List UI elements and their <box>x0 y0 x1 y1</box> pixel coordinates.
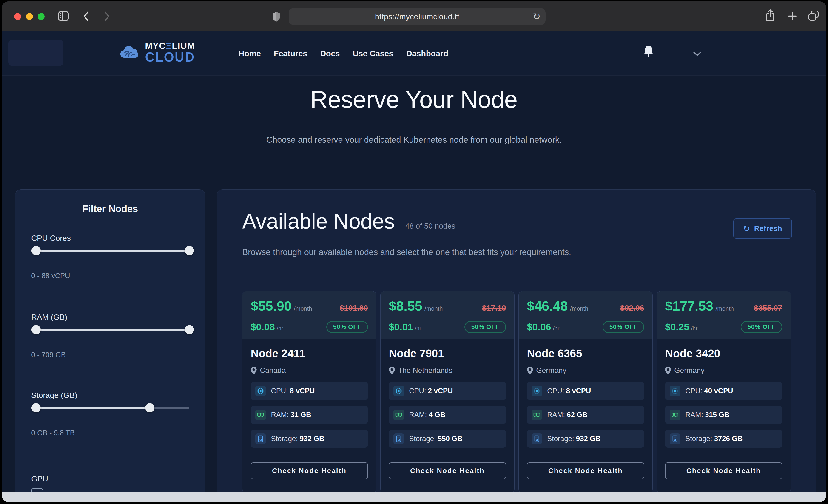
node-location: Germany <box>527 366 644 375</box>
storage-drive-icon <box>532 433 542 444</box>
nav-link-docs[interactable]: Docs <box>320 49 340 58</box>
node-name: Node 2411 <box>251 347 368 360</box>
cpu-chip-icon <box>670 386 680 396</box>
cpu-chip-icon <box>394 386 404 396</box>
filter-panel-title: Filter Nodes <box>15 203 205 214</box>
location-pin-icon <box>251 367 257 374</box>
storage-slider-track[interactable] <box>31 407 190 409</box>
zoom-window-button[interactable] <box>38 13 45 20</box>
cpu-value: 40 vCPU <box>704 387 733 395</box>
ram-value: 4 GB <box>429 411 445 419</box>
brand-text: MYCΞLIUM CLOUD <box>145 42 195 64</box>
refresh-button[interactable]: ↻ Refresh <box>733 218 792 239</box>
nav-link-home[interactable]: Home <box>239 49 261 58</box>
discount-badge: 50% OFF <box>603 321 644 333</box>
reload-icon[interactable]: ↻ <box>533 12 540 21</box>
check-node-health-button[interactable]: Check Node Health <box>389 462 506 479</box>
nav-link-dashboard[interactable]: Dashboard <box>406 49 448 58</box>
cpu-slider-handle-min[interactable] <box>32 246 41 255</box>
storage-label: Storage: <box>685 435 712 443</box>
nav-link-features[interactable]: Features <box>274 49 307 58</box>
ram-range-slider[interactable] <box>31 325 190 334</box>
ram-slider-handle-min[interactable] <box>32 325 41 334</box>
notifications-bell-icon[interactable] <box>643 45 655 59</box>
check-node-health-button[interactable]: Check Node Health <box>251 462 368 479</box>
node-name: Node 3420 <box>665 347 782 360</box>
privacy-shield-icon[interactable] <box>272 11 280 22</box>
cpu-filter-range: 0 - 88 vCPU <box>31 272 70 280</box>
ram-value: 315 GB <box>705 411 730 419</box>
storage-slider-handle-min[interactable] <box>32 403 41 412</box>
sidebar-toggle-icon[interactable] <box>58 11 69 21</box>
filter-panel: Filter Nodes CPU Cores 0 - 88 vCPU RAM (… <box>15 189 205 502</box>
cpu-slider-track[interactable] <box>31 250 190 252</box>
account-chevron-down-icon[interactable] <box>693 51 701 58</box>
nav-links: Home Features Docs Use Cases Dashboard <box>239 32 448 75</box>
location-label: The Netherlands <box>398 366 453 375</box>
location-label: Canada <box>260 366 286 375</box>
spec-row-ram: RAM:31 GB <box>251 406 368 424</box>
ram-slider-handle-max[interactable] <box>185 325 194 334</box>
check-node-health-button[interactable]: Check Node Health <box>527 462 644 479</box>
tab-overview-icon[interactable] <box>808 10 820 22</box>
refresh-button-label: Refresh <box>754 224 782 233</box>
card-price-header: $177.53/month $355.07 $0.25/hr 50% OFF <box>657 291 791 339</box>
original-price: $17.10 <box>482 303 506 312</box>
storage-range-slider[interactable] <box>31 403 190 412</box>
discount-badge: 50% OFF <box>464 321 506 333</box>
minimize-window-button[interactable] <box>26 13 33 20</box>
storage-label: Storage: <box>409 435 436 443</box>
card-body: Node 7901 The Netherlands CPU:2 vCPU RAM… <box>380 339 514 493</box>
ram-chip-icon <box>394 410 404 420</box>
cpu-range-slider[interactable] <box>31 246 190 255</box>
price-month: $55.90 <box>251 298 291 313</box>
cpu-slider-handle-max[interactable] <box>185 246 194 255</box>
brand-name-bottom: CLOUD <box>145 50 195 64</box>
node-card: $8.55/month $17.10 $0.01/hr 50% OFF Node… <box>380 291 514 493</box>
spec-row-cpu: CPU:8 vCPU <box>251 382 368 400</box>
price-month: $177.53 <box>665 298 713 313</box>
price-month: $8.55 <box>389 298 422 313</box>
spec-row-storage: Storage:932 GB <box>527 430 644 448</box>
cpu-value: 2 vCPU <box>428 387 453 395</box>
cpu-label: CPU: <box>547 387 564 395</box>
url-text: https://myceliumcloud.tf <box>375 12 459 21</box>
navbar-placeholder-box <box>8 40 64 66</box>
spec-row-cpu: CPU:2 vCPU <box>389 382 506 400</box>
cpu-value: 8 vCPU <box>566 387 591 395</box>
ram-filter-label: RAM (GB) <box>31 312 67 322</box>
ram-chip-icon <box>255 410 266 420</box>
nav-link-use-cases[interactable]: Use Cases <box>353 49 394 58</box>
address-bar[interactable]: https://myceliumcloud.tf ↻ <box>289 8 546 25</box>
storage-slider-active-track <box>31 407 150 409</box>
brand-logo[interactable]: MYCΞLIUM CLOUD <box>118 41 195 65</box>
location-label: Germany <box>536 366 567 375</box>
price-month-suffix: /month <box>716 305 734 312</box>
price-month-suffix: /month <box>424 305 443 312</box>
price-hour-suffix: /hr <box>415 325 421 332</box>
ram-label: RAM: <box>409 411 427 419</box>
location-label: Germany <box>674 366 705 375</box>
forward-icon[interactable] <box>104 11 110 22</box>
back-icon[interactable] <box>83 11 89 22</box>
price-hour: $0.01 <box>389 322 413 332</box>
close-window-button[interactable] <box>14 13 21 20</box>
storage-slider-handle-max[interactable] <box>145 403 155 412</box>
price-hour-suffix: /hr <box>553 325 560 332</box>
available-nodes-title: Available Nodes <box>242 210 395 233</box>
storage-value: 932 GB <box>576 435 601 443</box>
storage-drive-icon <box>255 433 266 444</box>
ram-slider-track[interactable] <box>31 329 190 331</box>
ram-label: RAM: <box>271 411 289 419</box>
cpu-label: CPU: <box>409 387 426 395</box>
check-node-health-button[interactable]: Check Node Health <box>665 462 782 479</box>
location-pin-icon <box>665 367 671 374</box>
ram-value: 62 GB <box>567 411 588 419</box>
node-card-grid: $55.90/month $101.80 $0.08/hr 50% OFF No… <box>242 291 791 493</box>
card-body: Node 2411 Canada CPU:8 vCPU RAM:31 GB <box>242 339 376 493</box>
spec-row-cpu: CPU:40 vCPU <box>665 382 782 400</box>
new-tab-icon[interactable] <box>787 11 797 21</box>
share-icon[interactable] <box>765 9 775 22</box>
cpu-filter-label: CPU Cores <box>31 234 71 243</box>
ram-chip-icon <box>670 410 680 420</box>
